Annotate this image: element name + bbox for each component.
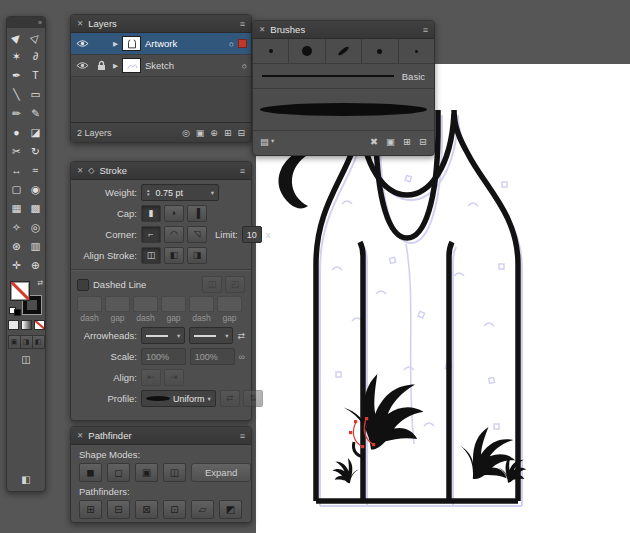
pen-tool[interactable]: ✒ <box>7 66 26 85</box>
free-transform-tool[interactable]: ▢ <box>7 180 26 199</box>
close-icon[interactable]: ✕ <box>77 19 83 28</box>
dash-input-2[interactable] <box>133 296 158 312</box>
lock-icon[interactable] <box>94 60 109 71</box>
minus-front-button[interactable]: ◻ <box>107 463 130 482</box>
type-tool[interactable]: T <box>26 66 45 85</box>
projecting-cap-button[interactable]: ▐ <box>187 205 207 222</box>
preserve-dashes-button[interactable]: ◫ <box>202 276 222 293</box>
target-circle-icon[interactable]: ○ <box>229 39 234 49</box>
brush-calligraphic[interactable] <box>326 39 362 63</box>
gradient-tool[interactable]: ▩ <box>26 199 45 218</box>
intersect-button[interactable]: ▣ <box>135 463 158 482</box>
miter-join-button[interactable]: ⌐ <box>141 226 161 243</box>
layers-panel-header[interactable]: ✕ Layers ≡ <box>71 15 251 33</box>
close-icon[interactable]: ✕ <box>259 25 265 34</box>
layer-thumbnail[interactable] <box>122 58 141 73</box>
pathfinder-panel-title[interactable]: Pathfinder <box>88 430 131 441</box>
close-icon[interactable]: ✕ <box>77 166 83 175</box>
magic-wand-tool[interactable]: ✶ <box>7 47 26 66</box>
zoom-tool[interactable]: ⊕ <box>26 256 45 275</box>
brush-dot-large[interactable] <box>289 39 325 63</box>
width-profile-select[interactable]: Uniform ▾ <box>141 390 216 407</box>
pencil-tool[interactable]: ✎ <box>26 104 45 123</box>
layer-name[interactable]: Artwork <box>145 38 225 49</box>
blend-tool[interactable]: ◎ <box>26 218 45 237</box>
panel-menu-icon[interactable]: ≡ <box>240 431 245 441</box>
round-cap-button[interactable]: ◗ <box>164 205 184 222</box>
eyedropper-tool[interactable]: ✧ <box>7 218 26 237</box>
delete-brush-button[interactable]: ⊟ <box>419 136 427 147</box>
flip-across-button[interactable]: ⇅ <box>243 390 263 407</box>
paintbrush-tool[interactable]: ✏ <box>7 104 26 123</box>
default-fill-stroke[interactable] <box>9 307 21 316</box>
arrow-tip-inside-button[interactable]: ⇥ <box>164 369 184 386</box>
visibility-eye-icon[interactable] <box>75 39 90 48</box>
divide-button[interactable]: ⊞ <box>79 500 102 519</box>
miter-limit-input[interactable]: 10 <box>242 226 262 243</box>
panel-collapse-icon[interactable]: ◇ <box>88 166 94 175</box>
gap-input-3[interactable] <box>217 296 242 312</box>
eraser-tool[interactable]: ◪ <box>26 123 45 142</box>
brushes-panel-header[interactable]: ✕ Brushes ≡ <box>253 21 434 39</box>
align-dashes-button[interactable]: ◰ <box>225 276 245 293</box>
round-join-button[interactable]: ◠ <box>164 226 184 243</box>
merge-button[interactable]: ⊠ <box>135 500 158 519</box>
gap-input-1[interactable] <box>105 296 130 312</box>
dash-input-3[interactable] <box>189 296 214 312</box>
direct-selection-tool[interactable]: ▷ <box>26 28 45 47</box>
disclosure-triangle-icon[interactable]: ▶ <box>113 62 118 70</box>
link-scales-icon[interactable]: ∞ <box>239 352 245 362</box>
column-graph-tool[interactable]: ▥ <box>26 237 45 256</box>
lasso-tool[interactable]: ∂ <box>26 47 45 66</box>
pathfinder-panel-header[interactable]: ✕ Pathfinder ≡ <box>71 427 251 445</box>
scissors-tool[interactable]: ✂ <box>7 142 26 161</box>
brush-dot-small[interactable] <box>253 39 289 63</box>
blob-brush-tool[interactable]: ● <box>7 123 26 142</box>
collapse-panels-button[interactable]: ◧ <box>21 474 30 485</box>
gap-input-2[interactable] <box>161 296 186 312</box>
line-segment-tool[interactable]: ╲ <box>7 85 26 104</box>
weight-stepper[interactable]: ▲▼ <box>146 189 150 197</box>
draw-inside-button[interactable]: ◧ <box>33 335 45 349</box>
selection-tool[interactable]: ▶ <box>7 28 26 47</box>
toolbar-header[interactable]: » <box>7 17 45 28</box>
stroke-panel-header[interactable]: ✕ ◇ Stroke ≡ <box>71 162 251 180</box>
rectangle-tool[interactable]: ▭ <box>26 85 45 104</box>
bevel-join-button[interactable]: ◹ <box>187 226 207 243</box>
new-layer-button[interactable]: ⊞ <box>224 128 232 138</box>
panel-menu-icon[interactable]: ≡ <box>423 25 428 35</box>
draw-behind-button[interactable]: ◨ <box>21 335 33 349</box>
brush-dot-tiny[interactable] <box>399 39 434 63</box>
layer-row-sketch[interactable]: ▶ Sketch ○ <box>71 55 251 77</box>
dashed-line-checkbox[interactable] <box>77 279 89 291</box>
gradient-button[interactable] <box>21 320 32 330</box>
layer-row-artwork[interactable]: ▶ Artwork ○ <box>71 33 251 55</box>
locate-object-button[interactable]: ◎ <box>182 128 190 138</box>
disclosure-triangle-icon[interactable]: ▶ <box>113 40 118 48</box>
arrow-tip-extend-button[interactable]: ⇤ <box>141 369 161 386</box>
panel-menu-icon[interactable]: ≡ <box>240 166 245 176</box>
exclude-button[interactable]: ◫ <box>163 463 186 482</box>
arrowhead-end-select[interactable]: ▾ <box>189 327 233 344</box>
width-tool[interactable]: ≈ <box>26 161 45 180</box>
shape-builder-tool[interactable]: ◉ <box>26 180 45 199</box>
new-sublayer-button[interactable]: ⊕ <box>210 128 218 138</box>
make-clip-mask-button[interactable]: ▣ <box>196 128 205 138</box>
brush-basic-row[interactable]: Basic <box>253 64 434 89</box>
butt-cap-button[interactable]: ▮ <box>141 205 161 222</box>
draw-normal-button[interactable]: ▣ <box>8 335 21 349</box>
unite-button[interactable]: ◼ <box>79 463 102 482</box>
expand-button[interactable]: Expand <box>191 463 251 482</box>
mesh-tool[interactable]: ▦ <box>7 199 26 218</box>
rotate-tool[interactable]: ↻ <box>26 142 45 161</box>
scale-tool[interactable]: ↔ <box>7 161 26 180</box>
align-stroke-outside-button[interactable]: ◨ <box>187 247 207 264</box>
none-button[interactable] <box>34 320 45 330</box>
remove-brush-stroke-button[interactable]: ✖ <box>370 136 378 147</box>
brushes-panel-title[interactable]: Brushes <box>270 24 305 35</box>
align-stroke-center-button[interactable]: ◫ <box>141 247 161 264</box>
brush-options-button[interactable]: ▣ <box>386 136 395 147</box>
close-icon[interactable]: ✕ <box>77 431 83 440</box>
minus-back-button[interactable]: ◩ <box>219 500 242 519</box>
layer-thumbnail[interactable] <box>122 36 141 51</box>
